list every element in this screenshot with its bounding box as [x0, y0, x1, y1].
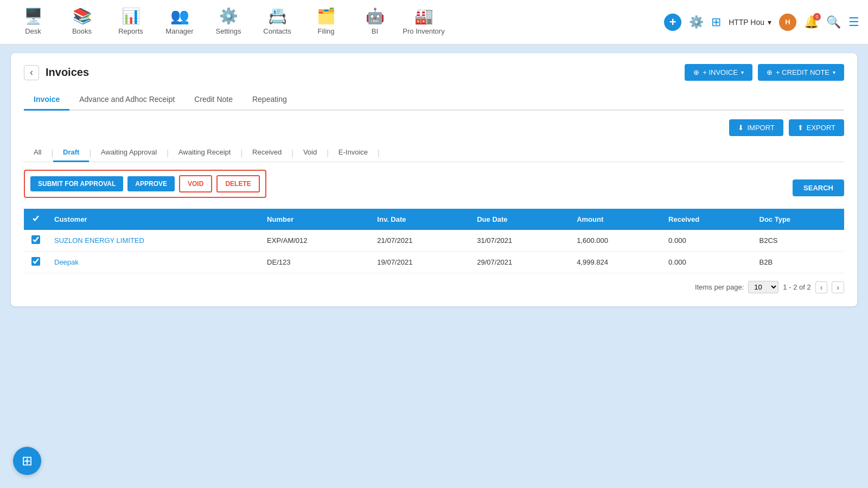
tab-credit-note[interactable]: Credit Note — [184, 89, 242, 111]
new-credit-note-button[interactable]: ⊕ + CREDIT NOTE ▾ — [758, 64, 844, 81]
pagination: Items per page: 102550100 1 - 2 of 2 ‹ › — [24, 281, 844, 293]
menu-icon-btn[interactable]: ☰ — [848, 15, 859, 29]
nav-item-books[interactable]: 📚 Books — [58, 0, 106, 44]
export-button[interactable]: ⬆ EXPORT — [789, 119, 844, 136]
row-checkbox-0[interactable] — [31, 235, 40, 244]
nav-item-settings-label: Settings — [216, 27, 241, 35]
table-row: SUZLON ENERGY LIMITED EXP/AM/012 21/07/2… — [24, 230, 844, 252]
import-button[interactable]: ⬇ IMPORT — [729, 119, 783, 136]
back-button[interactable]: ‹ — [24, 65, 39, 80]
status-tab-awaiting-approval-label: Awaiting Approval — [101, 148, 157, 156]
pro-inventory-icon: 🏭 — [414, 7, 433, 25]
select-all-checkbox[interactable] — [31, 214, 40, 223]
nav-items: 🖥️ Desk 📚 Books 📊 Reports 👥 Manager ⚙️ S… — [9, 0, 664, 44]
row-doc-type-1: B2B — [753, 252, 844, 273]
row-customer-0[interactable]: SUZLON ENERGY LIMITED — [48, 230, 260, 252]
delete-button[interactable]: DELETE — [216, 175, 259, 192]
status-tab-awaiting-receipt[interactable]: Awaiting Receipt — [169, 144, 241, 162]
manager-icon: 👥 — [170, 7, 189, 25]
status-tab-einvoice[interactable]: E-Invoice — [329, 144, 378, 162]
tab-advance[interactable]: Advance and Adhoc Receipt — [69, 89, 184, 111]
nav-item-reports-label: Reports — [118, 27, 143, 35]
tab-invoice[interactable]: Invoice — [24, 89, 69, 111]
status-tab-awaiting-approval[interactable]: Awaiting Approval — [91, 144, 167, 162]
submit-for-approval-button[interactable]: SUBMIT FOR APPROVAL — [30, 176, 123, 191]
nav-item-manager[interactable]: 👥 Manager — [155, 0, 204, 44]
bulk-actions: SUBMIT FOR APPROVAL APPROVE VOID DELETE — [24, 170, 266, 198]
main-tabs: Invoice Advance and Adhoc Receipt Credit… — [24, 89, 844, 111]
table-header-received: Received — [662, 209, 752, 230]
status-tabs: All | Draft | Awaiting Approval | Awaiti… — [24, 144, 844, 162]
nav-item-contacts-label: Contacts — [263, 27, 291, 35]
row-checkbox-cell[interactable] — [24, 252, 48, 273]
void-label: VOID — [188, 180, 203, 188]
items-per-page-select[interactable]: 102550100 — [748, 281, 778, 293]
credit-note-dropdown-arrow: ▾ — [833, 69, 835, 75]
status-tab-all-label: All — [34, 148, 41, 156]
tab-repeating-label: Repeating — [252, 95, 287, 104]
approve-button[interactable]: APPROVE — [127, 176, 175, 191]
bulk-search-row: SUBMIT FOR APPROVAL APPROVE VOID DELETE … — [24, 170, 844, 206]
table-row: Deepak DE/123 19/07/2021 29/07/2021 4,99… — [24, 252, 844, 273]
notification-button[interactable]: 🔔 0 — [804, 15, 819, 29]
nav-item-bi[interactable]: 🤖 BI — [350, 0, 399, 44]
add-button[interactable]: + — [664, 14, 681, 31]
new-invoice-button[interactable]: ⊕ + INVOICE ▾ — [685, 64, 752, 81]
reports-icon: 📊 — [122, 7, 141, 25]
floating-grid-button[interactable]: ⊞ — [13, 447, 41, 475]
new-credit-note-label: + CREDIT NOTE — [776, 68, 829, 76]
import-label: IMPORT — [747, 124, 774, 132]
user-name: HTTP Hou — [729, 18, 764, 27]
nav-item-settings[interactable]: ⚙️ Settings — [204, 0, 253, 44]
search-icon-btn[interactable]: 🔍 — [826, 15, 841, 29]
row-inv-date-1: 19/07/2021 — [371, 252, 470, 273]
nav-item-desk-label: Desk — [25, 27, 41, 35]
table-header-checkbox[interactable] — [24, 209, 48, 230]
gear-icon-btn[interactable]: ⚙️ — [689, 15, 704, 29]
bi-icon: 🤖 — [366, 7, 385, 25]
row-customer-1[interactable]: Deepak — [48, 252, 260, 273]
nav-item-desk[interactable]: 🖥️ Desk — [9, 0, 58, 44]
prev-page-button[interactable]: ‹ — [815, 281, 828, 293]
import-icon: ⬇ — [738, 124, 744, 132]
plus-credit-icon: ⊕ — [767, 68, 773, 76]
row-checkbox-cell[interactable] — [24, 230, 48, 252]
row-number-1: DE/123 — [260, 252, 371, 273]
main-content: ‹ Invoices ⊕ + INVOICE ▾ ⊕ + CREDIT NOTE… — [0, 44, 868, 488]
status-tab-all[interactable]: All — [24, 144, 51, 162]
row-checkbox-1[interactable] — [31, 257, 40, 266]
table-header-doc-type: Doc Type — [753, 209, 844, 230]
tab-invoice-label: Invoice — [34, 95, 60, 104]
nav-item-reports[interactable]: 📊 Reports — [106, 0, 155, 44]
next-page-button[interactable]: › — [832, 281, 844, 293]
row-due-date-0: 31/07/2021 — [470, 230, 570, 252]
tab-repeating[interactable]: Repeating — [242, 89, 297, 111]
delete-label: DELETE — [225, 180, 251, 188]
row-number-0: EXP/AM/012 — [260, 230, 371, 252]
void-button[interactable]: VOID — [179, 175, 212, 192]
card-header: ‹ Invoices ⊕ + INVOICE ▾ ⊕ + CREDIT NOTE… — [24, 64, 844, 81]
nav-item-filing[interactable]: 🗂️ Filing — [302, 0, 350, 44]
row-received-1: 0.000 — [662, 252, 752, 273]
invoices-table: Customer Number Inv. Date Due Date Amoun… — [24, 209, 844, 273]
status-tab-received[interactable]: Received — [242, 144, 291, 162]
nav-item-pro-inventory[interactable]: 🏭 Pro Inventory — [399, 0, 448, 44]
approve-label: APPROVE — [135, 180, 167, 188]
page-title: Invoices — [46, 66, 89, 79]
card-header-right: ⊕ + INVOICE ▾ ⊕ + CREDIT NOTE ▾ — [685, 64, 844, 81]
table-header-customer: Customer — [48, 209, 260, 230]
status-tab-draft[interactable]: Draft — [53, 144, 89, 162]
status-tab-void[interactable]: Void — [293, 144, 327, 162]
avatar: H — [779, 14, 796, 31]
export-label: EXPORT — [807, 124, 835, 132]
invoice-dropdown-arrow: ▾ — [741, 69, 744, 75]
status-tab-received-label: Received — [252, 148, 282, 156]
submit-for-approval-label: SUBMIT FOR APPROVAL — [38, 180, 116, 188]
user-area[interactable]: HTTP Hou ▾ — [729, 18, 771, 27]
nav-item-contacts[interactable]: 📇 Contacts — [253, 0, 302, 44]
nav-item-pro-inventory-label: Pro Inventory — [403, 27, 444, 35]
search-button[interactable]: SEARCH — [793, 179, 844, 196]
grid-icon-btn[interactable]: ⊞ — [711, 15, 721, 29]
export-icon: ⬆ — [797, 124, 803, 132]
tab-advance-label: Advance and Adhoc Receipt — [79, 95, 175, 104]
